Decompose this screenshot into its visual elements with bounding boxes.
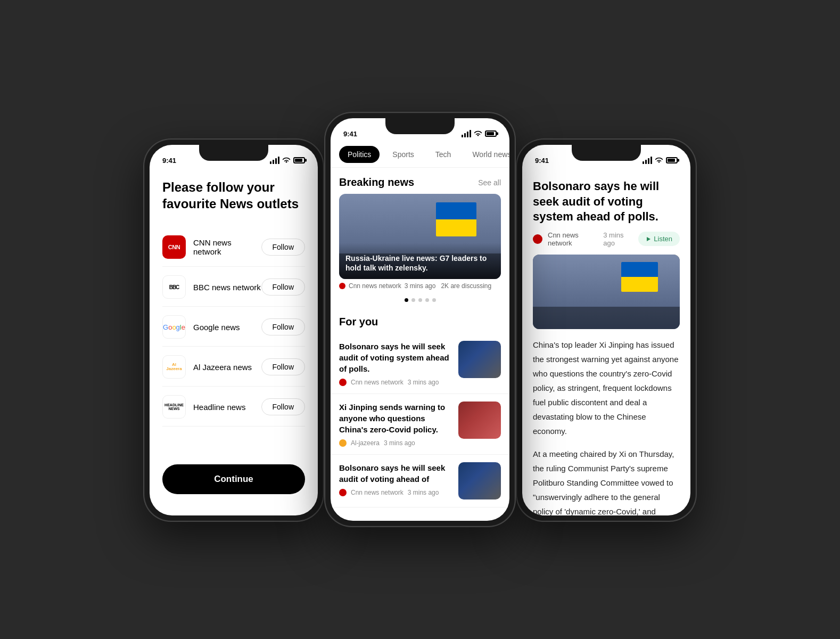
article-2-meta: Al-jazeera 3 mins ago <box>339 439 452 447</box>
news-card-2[interactable]: Xi Jinping sends warning to anyone who q… <box>331 394 509 455</box>
flag-blue <box>436 202 476 219</box>
aljazeera-name: Al Jazeera news <box>193 363 261 372</box>
breaking-headline: Russia-Ukraine live news: G7 leaders to … <box>345 253 495 273</box>
right-battery-icon <box>666 157 678 163</box>
article-meta: Cnn news network 3 mins ago Listen <box>533 231 680 247</box>
center-signal-icon <box>462 130 471 137</box>
outlet-item-headline: HEADLINENEWS Headline news Follow <box>162 388 305 427</box>
phone-right: 9:41 Bolsonaro says he will seek audit o… <box>516 138 697 522</box>
bolsonaro-visual-3 <box>458 462 501 499</box>
flag-yellow <box>436 219 476 236</box>
news-card-1[interactable]: Bolsonaro says he will seek audit of vot… <box>331 333 509 394</box>
tab-politics[interactable]: Politics <box>339 146 380 163</box>
outlet-list: CNN CNN news network Follow BBC BBC news… <box>162 228 305 427</box>
article-building-visual <box>533 255 680 329</box>
article-2-headline: Xi Jinping sends warning to anyone who q… <box>339 402 452 435</box>
center-status-icons <box>462 130 497 137</box>
right-notch <box>572 145 641 161</box>
notch <box>199 145 268 161</box>
ukraine-flag <box>436 202 476 236</box>
aljazeera-source-dot <box>339 439 347 447</box>
cnn-source-dot-3 <box>339 489 347 496</box>
cnn-follow-button[interactable]: Follow <box>261 239 305 256</box>
cnn-name: CNN news network <box>193 238 261 256</box>
right-signal-icon <box>643 157 652 164</box>
bbc-name: BBC news network <box>193 283 261 292</box>
dot-5[interactable] <box>432 298 436 302</box>
article-3-source: Cnn news network <box>351 489 403 496</box>
article-time: 3 mins ago <box>603 231 633 247</box>
center-wifi-icon <box>474 130 482 137</box>
news-card-3[interactable]: Bolsonaro says he will seek audit of vot… <box>331 455 509 507</box>
article-hero-image <box>533 255 680 329</box>
listen-label: Listen <box>654 235 672 243</box>
category-tabs: Politics Sports Tech World news <box>331 142 509 168</box>
for-you-header: For you <box>331 307 509 333</box>
google-follow-button[interactable]: Follow <box>261 318 305 335</box>
article-ukraine-flag <box>621 262 658 292</box>
article-body: China's top leader Xi Jinping has issued… <box>533 338 680 515</box>
continue-button[interactable]: Continue <box>162 464 305 494</box>
breaking-overlay: Russia-Ukraine live news: G7 leaders to … <box>339 243 501 279</box>
signal-icon <box>270 157 279 164</box>
carousel-dots <box>331 293 509 307</box>
tab-tech[interactable]: Tech <box>427 146 460 163</box>
headline-name: Headline news <box>193 403 261 412</box>
article-2-image <box>458 402 501 439</box>
article-crowd-visual <box>533 307 680 329</box>
bbc-follow-button[interactable]: Follow <box>261 278 305 296</box>
article-3-image <box>458 462 501 499</box>
breaking-news-header: Breaking news See all <box>331 168 509 194</box>
dot-1[interactable] <box>405 298 408 302</box>
for-you-title: For you <box>339 316 378 328</box>
aljazeera-follow-button[interactable]: Follow <box>261 358 305 375</box>
article-2-time: 3 mins ago <box>384 439 415 447</box>
article-3-meta: Cnn news network 3 mins ago <box>339 489 452 496</box>
time-center: 9:41 <box>343 130 357 138</box>
listen-button[interactable]: Listen <box>638 232 680 246</box>
article-1-source: Cnn news network <box>351 379 403 386</box>
page-title: Please follow your favourite News outlet… <box>162 179 305 212</box>
aljazeera-logo: Al Jazeera <box>162 355 186 379</box>
see-all-button[interactable]: See all <box>478 178 501 187</box>
article-source-logo <box>533 234 542 244</box>
outlet-item-aljazeera: Al Jazeera Al Jazeera news Follow <box>162 348 305 387</box>
article-title: Bolsonaro says he will seek audit of vot… <box>533 179 680 225</box>
status-icons-left <box>270 157 305 164</box>
article-3-time: 3 mins ago <box>408 489 439 496</box>
center-screen-body: Politics Sports Tech World news Breaking… <box>331 142 509 521</box>
phones-container: 9:41 Please follow your favourite News o… <box>143 112 697 527</box>
headline-logo: HEADLINENEWS <box>162 395 186 419</box>
right-wifi-icon <box>655 157 663 163</box>
cnn-source-dot-1 <box>339 379 347 386</box>
google-name: Google news <box>193 323 261 332</box>
right-screen-body: Bolsonaro says he will seek audit of vot… <box>522 168 690 515</box>
dot-4[interactable] <box>425 298 429 302</box>
tab-world-news[interactable]: World news <box>464 146 509 163</box>
outlet-item-google: Google Google news Follow <box>162 308 305 347</box>
left-phone-screen: 9:41 Please follow your favourite News o… <box>150 145 318 515</box>
cnn-dot-breaking <box>339 283 345 289</box>
article-1-headline: Bolsonaro says he will seek audit of vot… <box>339 341 452 374</box>
tab-sports[interactable]: Sports <box>384 146 422 163</box>
article-1-time: 3 mins ago <box>408 379 439 386</box>
outlet-item-cnn: CNN CNN news network Follow <box>162 228 305 267</box>
dot-3[interactable] <box>418 298 422 302</box>
right-status-icons <box>643 157 678 164</box>
article-2-source: Al-jazeera <box>351 439 380 447</box>
bolsonaro-visual-1 <box>458 341 501 378</box>
jinping-visual <box>458 402 501 439</box>
right-phone-screen: 9:41 Bolsonaro says he will seek audit o… <box>522 145 690 515</box>
dot-2[interactable] <box>411 298 415 302</box>
time-right: 9:41 <box>535 157 549 165</box>
time-left: 9:41 <box>162 157 176 165</box>
breaking-news-card[interactable]: Russia-Ukraine live news: G7 leaders to … <box>339 194 501 279</box>
news-card-2-text: Xi Jinping sends warning to anyone who q… <box>339 402 452 447</box>
outlet-item-bbc: BBC BBC news network Follow <box>162 268 305 307</box>
article-1-meta: Cnn news network 3 mins ago <box>339 379 452 386</box>
breaking-meta: Cnn news network 3 mins ago 2K are discu… <box>331 279 509 293</box>
for-you-section: For you Bolsonaro says he will seek audi… <box>331 307 509 518</box>
breaking-source: Cnn news network <box>349 282 401 290</box>
headline-follow-button[interactable]: Follow <box>261 398 305 415</box>
battery-icon <box>293 157 305 163</box>
